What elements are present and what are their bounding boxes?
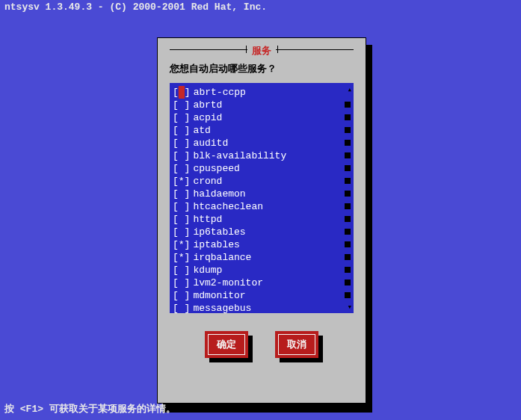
service-name: iptables [193,238,351,251]
scrollbar-track-icon[interactable] [345,203,351,209]
app-title: ntsysv 1.3.49.3 - (C) 2000-2001 Red Hat,… [0,0,271,14]
scroll-down-icon[interactable]: ▾ [347,302,352,312]
service-row[interactable]: [ ]blk-availability [173,149,351,162]
service-name: kdump [193,264,351,277]
scrollbar-track-icon[interactable] [345,114,351,120]
service-name: lvm2-monitor [193,277,351,289]
services-dialog: 服务 您想自动启动哪些服务？ ▴ ▾ [█]abrt-ccpp[ ]abrtd[… [157,37,366,404]
service-row[interactable]: [*]iptables [173,238,351,251]
dialog-title-wrap: 服务 [170,44,354,55]
service-name: acpid [193,111,351,124]
scrollbar-track-icon[interactable] [345,229,351,235]
service-row[interactable]: [ ]mdmonitor [173,289,351,302]
scrollbar-track-icon[interactable] [345,292,351,298]
service-checkbox[interactable]: [ ] [173,289,190,302]
title-bracket-right [277,46,278,53]
service-row[interactable]: [ ]messagebus [173,302,351,315]
service-name: auditd [193,137,351,149]
service-row[interactable]: [ ]atd [173,124,351,137]
scrollbar-track-icon[interactable] [345,165,351,171]
cancel-button-label: 取消 [287,338,306,351]
title-bracket-left [246,46,247,53]
cancel-button[interactable]: 取消 [275,331,318,358]
service-checkbox[interactable]: [ ] [173,226,190,238]
service-checkbox[interactable]: [ ] [173,111,190,124]
scroll-up-icon[interactable]: ▴ [347,84,352,94]
service-checkbox[interactable]: [ ] [173,277,190,289]
scrollbar-track-icon[interactable] [345,191,351,197]
service-name: htcacheclean [193,200,351,213]
service-row[interactable]: [*]irqbalance [173,251,351,264]
scrollbar-track-icon[interactable] [345,241,351,247]
scrollbar-track-icon[interactable] [345,267,351,273]
ok-button-label: 确定 [217,338,236,351]
service-name: abrtd [193,99,351,111]
scrollbar-track-icon[interactable] [345,140,351,146]
service-name: ip6tables [193,226,351,238]
service-name: httpd [193,213,351,226]
service-row[interactable]: [ ]lvm2-monitor [173,277,351,289]
service-name: abrt-ccpp [194,86,351,99]
services-listbox[interactable]: ▴ ▾ [█]abrt-ccpp[ ]abrtd[ ]acpid[ ]atd[ … [170,83,354,313]
service-name: messagebus [193,302,351,315]
service-name: irqbalance [193,251,351,264]
service-checkbox[interactable]: [ ] [173,162,190,175]
service-checkbox[interactable]: [ ] [173,264,190,277]
service-name: crond [193,175,351,188]
service-checkbox[interactable]: [ ] [173,200,190,213]
service-name: cpuspeed [193,162,351,175]
service-row[interactable]: [ ]abrtd [173,99,351,111]
service-checkbox[interactable]: [ ] [173,302,190,315]
service-checkbox[interactable]: [ ] [173,99,190,111]
service-checkbox[interactable]: [ ] [173,124,190,137]
service-row[interactable]: [█]abrt-ccpp [173,86,351,99]
scrollbar-track-icon[interactable] [345,254,351,260]
service-name: mdmonitor [193,289,351,302]
service-name: atd [193,124,351,137]
service-name: blk-availability [193,149,351,162]
service-row[interactable]: [ ]auditd [173,137,351,149]
service-checkbox[interactable]: [*] [173,251,190,264]
service-checkbox[interactable]: [ ] [173,188,190,200]
service-row[interactable]: [ ]kdump [173,264,351,277]
cursor-icon: █ [179,86,185,99]
cancel-button-wrap: 取消 [275,331,318,358]
help-text: 按 <F1> 可获取关于某项服务的详情。 [4,402,176,416]
service-row[interactable]: [ ]cpuspeed [173,162,351,175]
service-checkbox[interactable]: [ ] [173,213,190,226]
scrollbar-track-icon[interactable] [345,216,351,222]
service-checkbox[interactable]: [ ] [173,149,190,162]
ok-button-wrap: 确定 [205,331,248,358]
service-row[interactable]: [ ]acpid [173,111,351,124]
service-name: haldaemon [193,188,351,200]
scrollbar-track-icon[interactable] [345,178,351,184]
service-row[interactable]: [ ]httpd [173,213,351,226]
dialog-prompt: 您想自动启动哪些服务？ [170,62,354,75]
dialog-title: 服务 [247,44,276,58]
ok-button[interactable]: 确定 [205,331,248,358]
service-row[interactable]: [ ]haldaemon [173,188,351,200]
scrollbar-track-icon[interactable] [345,102,351,108]
service-checkbox[interactable]: [█] [173,86,191,99]
service-checkbox[interactable]: [*] [173,175,190,188]
service-checkbox[interactable]: [*] [173,238,190,251]
scrollbar-track-icon[interactable] [345,127,351,133]
service-checkbox[interactable]: [ ] [173,137,190,149]
service-row[interactable]: [ ]ip6tables [173,226,351,238]
button-row: 确定 取消 [170,331,354,358]
scrollbar-track-icon[interactable] [345,152,351,158]
scrollbar-track-icon[interactable] [345,280,351,285]
service-row[interactable]: [ ]htcacheclean [173,200,351,213]
service-row[interactable]: [*]crond [173,175,351,188]
